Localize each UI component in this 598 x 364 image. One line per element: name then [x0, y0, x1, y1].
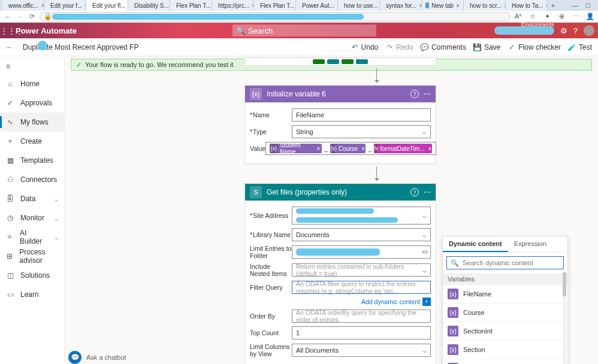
nested-select[interactable]: Return entries contained in sub-folders … — [292, 263, 431, 277]
gear-icon[interactable]: ⚙ — [560, 26, 567, 35]
dynamic-item[interactable]: {x}Section — [443, 341, 567, 359]
flow-canvas[interactable]: ✓ Your flow is ready to go. We recommend… — [65, 56, 598, 364]
dynamic-item[interactable]: {x}Course — [443, 304, 567, 322]
nav-create[interactable]: +Create — [0, 132, 64, 151]
profile-icon[interactable]: 👤 — [586, 13, 594, 21]
nav-monitor[interactable]: ◷Monitor⌵ — [0, 208, 64, 228]
value-input[interactable]: {x}Student Name× _ {x}Course× _ fxformat… — [265, 142, 436, 155]
dynamic-search[interactable]: 🔍 — [446, 256, 564, 269]
variable-icon: {x} — [448, 307, 458, 318]
top-input[interactable]: 1 — [292, 326, 431, 339]
more-icon[interactable]: ⋯ — [424, 90, 431, 98]
more-icon[interactable]: ⋯ — [424, 188, 431, 196]
nav-home[interactable]: ⌂Home — [0, 74, 64, 93]
step-header[interactable]: S Get files (properties only) ? ⋯ — [245, 184, 436, 201]
back-icon[interactable]: ← — [4, 13, 12, 20]
browser-tab[interactable]: Flex Plan T...× — [170, 0, 212, 11]
reading-icon[interactable]: Aᴬ — [514, 13, 523, 21]
browser-tab[interactable]: Edit your fl...× — [86, 0, 128, 11]
comments-button[interactable]: 💬Comments — [421, 43, 466, 51]
site-input[interactable] — [292, 207, 431, 225]
browser-tab[interactable]: https://prc...× — [212, 0, 254, 11]
nav-learn[interactable]: ▭Learn — [0, 285, 64, 304]
arrow-connector[interactable] — [376, 166, 377, 181]
nav-myflows[interactable]: ∿My flows — [0, 113, 64, 132]
help-icon[interactable]: ? — [573, 26, 578, 35]
info-icon[interactable]: ? — [410, 188, 419, 196]
browser-tab[interactable]: New tab× — [422, 0, 464, 11]
back-button[interactable]: ← — [6, 43, 14, 51]
environment-picker[interactable] — [494, 26, 554, 35]
browser-tab[interactable]: Power Aut...× — [296, 0, 338, 11]
step-fragment[interactable] — [244, 57, 436, 66]
remove-icon[interactable]: × — [427, 145, 432, 152]
avatar[interactable] — [584, 25, 594, 36]
folder-picker-icon[interactable]: ▭ — [422, 248, 428, 256]
info-icon[interactable]: ? — [410, 90, 419, 98]
app-launcher-icon[interactable]: ⋮⋮⋮ — [0, 26, 16, 35]
ai-icon: ✧ — [6, 233, 14, 241]
nav-solutions[interactable]: ◫Solutions — [0, 266, 64, 285]
order-input[interactable]: An ODATA orderBy query for specifying th… — [292, 310, 431, 323]
collections-icon[interactable]: ⊕ — [557, 13, 566, 21]
browser-tab[interactable]: How to Ta...× — [506, 0, 548, 11]
redo-button[interactable]: ↷Redo — [385, 43, 413, 51]
favorite-icon[interactable]: ☆ — [528, 13, 537, 21]
save-button[interactable]: 💾Save — [473, 43, 500, 51]
columns-select[interactable]: All Documents — [292, 344, 431, 357]
nav-aibuilder[interactable]: ✧AI Builder⌵ — [0, 228, 64, 247]
refresh-icon[interactable]: ⟳ — [28, 13, 36, 20]
scrollbar[interactable] — [563, 272, 566, 364]
suite-search[interactable]: 🔍 Search — [232, 25, 376, 37]
remove-icon[interactable]: × — [360, 145, 366, 152]
library-select[interactable]: Documents — [292, 228, 431, 241]
forward-icon[interactable]: → — [16, 13, 24, 20]
browser-tab[interactable]: Flex Plan T...× — [254, 0, 296, 11]
flow-checker-button[interactable]: ✓Flow checker — [508, 43, 561, 51]
new-tab-button[interactable]: + — [548, 2, 558, 9]
name-input[interactable]: FileName — [292, 108, 431, 122]
arrow-connector[interactable] — [376, 68, 377, 83]
step-header[interactable]: {x} Initialize variable 6 ? ⋯ — [245, 86, 436, 102]
add-dynamic-content-link[interactable]: Add dynamic content+ — [250, 298, 431, 306]
remove-icon[interactable]: × — [315, 145, 322, 152]
nav-process[interactable]: ⊞Process advisor — [0, 247, 64, 266]
nav-connectors[interactable]: ⚇Connectors — [0, 170, 64, 189]
chatbot-launcher[interactable]: 💬 Ask a chatbot — [68, 351, 126, 364]
token-course[interactable]: {x}Course× — [330, 144, 366, 153]
browser-tab[interactable]: how to use...× — [338, 0, 380, 11]
token-format[interactable]: fxformatDateTim...× — [374, 144, 431, 153]
scrollbar-thumb[interactable] — [563, 272, 566, 296]
browser-tab[interactable]: syntax for...× — [380, 0, 422, 11]
nav-collapse-button[interactable]: ≡ — [0, 59, 64, 74]
nav-data[interactable]: 🗄Data⌵ — [0, 189, 64, 208]
minimize-icon[interactable]: — — [572, 2, 578, 9]
dynamic-item[interactable]: {x}SectionInt — [443, 322, 567, 341]
limit-input[interactable]: ▭ — [292, 245, 431, 259]
token-student[interactable]: {x}Student Name× — [270, 144, 322, 153]
test-button[interactable]: 🧪Test — [568, 43, 592, 51]
dynamic-item[interactable]: {x}Student Name — [443, 359, 567, 364]
browser-tab[interactable]: Disability S...× — [128, 0, 170, 11]
connectors-icon: ⚇ — [6, 175, 14, 184]
type-select[interactable]: String — [292, 125, 431, 138]
extensions-icon[interactable]: ⋯ — [572, 13, 580, 21]
maximize-icon[interactable]: ☐ — [585, 2, 591, 9]
browser-tab[interactable]: www.offic...× — [2, 0, 44, 11]
dynamic-item[interactable]: {x}FileName — [443, 285, 567, 304]
favorites-bar-icon[interactable]: ✦ — [543, 13, 551, 21]
left-nav: ≡ ⌂Home ✓Approvals ∿My flows +Create ▦Te… — [0, 56, 65, 364]
browser-tab[interactable]: Edit your f...× — [44, 0, 86, 11]
dynamic-search-input[interactable] — [463, 259, 560, 266]
url-input[interactable]: 🔒 — [40, 12, 511, 22]
undo-button[interactable]: ↶Undo — [351, 43, 379, 51]
product-name[interactable]: Power Automate — [16, 26, 77, 35]
nav-approvals[interactable]: ✓Approvals — [0, 93, 64, 113]
close-icon[interactable]: × — [456, 2, 460, 8]
redacted — [296, 248, 380, 256]
filter-input[interactable]: An ODATA filter query to restrict the en… — [292, 281, 431, 294]
tab-dynamic-content[interactable]: Dynamic content — [443, 236, 508, 252]
browser-tab[interactable]: how to scr...× — [464, 0, 506, 11]
nav-templates[interactable]: ▦Templates — [0, 151, 64, 170]
tab-expression[interactable]: Expression — [508, 236, 552, 252]
